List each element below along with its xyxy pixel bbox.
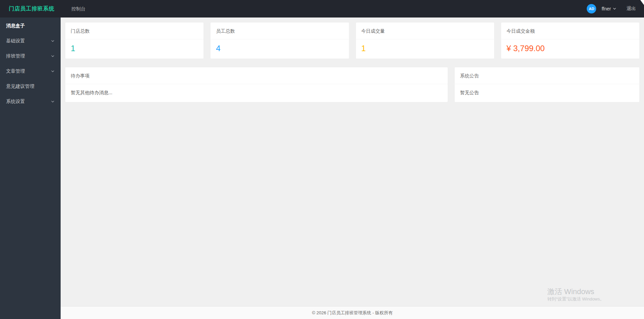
sidebar: 消息盒子 基础设置 排班管理 文章管理 意见建议管理 系统设置 xyxy=(0,17,61,319)
chevron-down-icon xyxy=(51,54,55,58)
stat-card-today-orders: 今日成交量 1 xyxy=(356,23,494,59)
todo-panel-title: 待办事项 xyxy=(65,67,448,84)
logout-button[interactable]: 退出 xyxy=(626,6,636,12)
chevron-down-icon xyxy=(613,6,616,11)
stat-value: 4 xyxy=(211,39,349,59)
stat-value: 1 xyxy=(356,39,494,59)
sidebar-item-system-settings[interactable]: 系统设置 xyxy=(0,94,61,109)
copyright-text: © 2026 门店员工排班管理系统 - 版权所有 xyxy=(312,310,392,316)
stat-value: 1 xyxy=(65,39,203,59)
stat-label: 今日成交金额 xyxy=(501,23,639,39)
chevron-down-icon xyxy=(51,39,55,43)
user-name: ffner xyxy=(602,6,611,11)
notice-panel-title: 系统公告 xyxy=(455,67,639,84)
user-area: AD ffner 退出 xyxy=(587,4,644,13)
stat-label: 门店总数 xyxy=(65,23,203,39)
chevron-down-icon xyxy=(51,100,55,103)
chevron-down-icon xyxy=(51,69,55,73)
sidebar-item-message-box[interactable]: 消息盒子 xyxy=(0,18,61,33)
stat-card-employee-total: 员工总数 4 xyxy=(211,23,349,59)
top-bar: 门店员工排班系统 控制台 AD ffner 退出 xyxy=(0,0,644,17)
stat-card-store-total: 门店总数 1 xyxy=(65,23,203,59)
sidebar-item-label: 意见建议管理 xyxy=(6,79,34,94)
sidebar-item-basic-settings[interactable]: 基础设置 xyxy=(0,33,61,48)
sidebar-item-label: 消息盒子 xyxy=(6,18,25,33)
avatar[interactable]: AD xyxy=(587,4,596,13)
panels-row: 待办事项 暂无其他待办消息... 系统公告 暂无公告 xyxy=(65,67,639,102)
stat-label: 员工总数 xyxy=(211,23,349,39)
footer: © 2026 门店员工排班管理系统 - 版权所有 xyxy=(61,306,644,319)
sidebar-item-schedule-management[interactable]: 排班管理 xyxy=(0,48,61,64)
notice-panel-body: 暂无公告 xyxy=(455,84,639,102)
sidebar-item-label: 排班管理 xyxy=(6,48,25,64)
app-logo[interactable]: 门店员工排班系统 xyxy=(0,5,61,12)
sidebar-item-feedback-management[interactable]: 意见建议管理 xyxy=(0,79,61,94)
stats-row: 门店总数 1 员工总数 4 今日成交量 1 今日成交金额 ¥ 3,799.00 xyxy=(65,23,639,59)
sidebar-item-label: 基础设置 xyxy=(6,33,25,48)
stat-label: 今日成交量 xyxy=(356,23,494,39)
todo-panel-body: 暂无其他待办消息... xyxy=(65,84,448,102)
todo-panel: 待办事项 暂无其他待办消息... xyxy=(65,67,448,102)
main-content: 门店总数 1 员工总数 4 今日成交量 1 今日成交金额 ¥ 3,799.00 xyxy=(61,17,644,306)
mouse-cursor xyxy=(640,0,644,5)
sidebar-item-label: 系统设置 xyxy=(6,94,25,109)
stat-card-today-amount: 今日成交金额 ¥ 3,799.00 xyxy=(501,23,639,59)
nav-item-console[interactable]: 控制台 xyxy=(65,0,92,17)
content-column: 门店总数 1 员工总数 4 今日成交量 1 今日成交金额 ¥ 3,799.00 xyxy=(61,17,644,319)
top-nav: 控制台 xyxy=(61,0,92,17)
stat-value: ¥ 3,799.00 xyxy=(501,39,639,59)
sidebar-item-article-management[interactable]: 文章管理 xyxy=(0,64,61,79)
notice-panel: 系统公告 暂无公告 xyxy=(455,67,639,102)
user-menu[interactable]: ffner xyxy=(600,6,618,11)
sidebar-item-label: 文章管理 xyxy=(6,64,25,79)
